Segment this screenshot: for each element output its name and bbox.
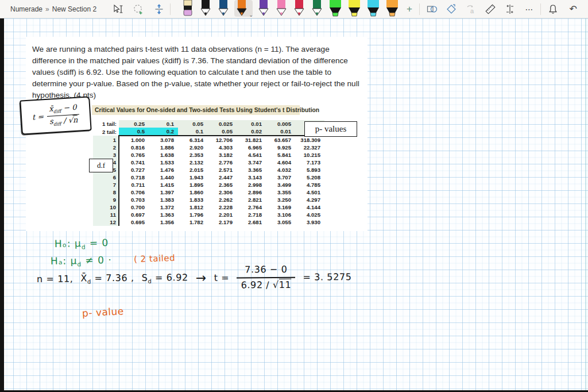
table-cell: 2.764 [237,203,266,211]
left-edge-bar [0,18,4,392]
table-cell: 5.893 [295,166,324,174]
table-cell: 1.796 [178,211,207,218]
table-cell: 2.365 [207,181,237,189]
table-cell: 4.032 [266,166,295,174]
table-row: 110.6971.3631.7962.2012.7183.1064.025 [93,211,324,218]
table-cell: 0.741 [119,159,149,166]
table-cell: 1.356 [149,218,178,226]
table-cell: 3.182 [207,151,237,159]
insert-space-icon[interactable] [153,2,165,16]
table-row: 60.7181.4401.9432.4473.1433.7075.208 [93,174,324,181]
formula-lhs: t = [32,112,44,121]
table-cell: 2.920 [178,144,207,151]
breadcrumb-section[interactable]: New Section 2 [52,5,96,13]
table-cell: 2.132 [178,159,207,166]
problem-statement: We are running a matched pairs t-test wi… [32,44,364,101]
table-cell: 1.372 [149,203,178,211]
table-cell: 2.353 [178,151,207,159]
select-tool-icon[interactable] [111,2,124,16]
highlighter-cyan[interactable] [366,0,381,17]
breadcrumb-app[interactable]: Numerade [10,5,42,13]
more-options-icon[interactable]: ⋯ [523,2,536,16]
table-cell: 4.604 [266,159,295,166]
table-cell: 0.697 [119,211,149,218]
pen-blue[interactable] [216,0,230,17]
t-formula-box: t = x̄diff − 0 sdiff / √n [20,96,91,134]
table-row: 100.7001.3721.8122.2282.7643.1694.144 [93,203,324,211]
table-row: 20.8161.8862.9204.3036.9659.92522.327 [93,144,324,151]
highlighter-orange[interactable] [385,0,400,17]
toolbar: Numerade » New Section 2 [0,0,588,18]
table-cell: 3.078 [149,136,178,144]
table-cell: 1.383 [149,196,178,203]
highlighted-cell: 0.2 [149,128,178,136]
table-cell: 4.785 [295,181,324,189]
table-cell: 2.571 [207,166,237,174]
df-cell: 9 [93,196,119,203]
table-cell: 1.812 [178,203,207,211]
table-cell: 7.173 [295,159,324,166]
table-cell: 318.309 [295,136,324,144]
pen-green[interactable] [310,0,324,17]
notifications-bell-icon[interactable] [547,2,559,16]
table-row: 11.0003.0786.31412.70631.82163.657318.30… [93,136,324,144]
pen-purple[interactable] [257,0,270,17]
table-cell: 2.015 [178,166,207,174]
table-cell: 0.25 [119,120,149,128]
table-cell: 5.208 [295,174,324,181]
table-cell: 2.228 [207,203,237,211]
lasso-select-icon[interactable] [132,2,145,16]
hw-xbar: X̄d = 7.36 , [80,272,134,285]
highlighter-green[interactable] [328,0,343,17]
table-cell: 0.05 [178,120,207,128]
row-label: 2 tail: [93,128,119,136]
p-values-label-box: p- values [304,121,357,137]
table-cell: 0.01 [266,128,295,136]
pen-orange-selected[interactable]: ⌄ [234,0,253,17]
table-cell: 2.201 [207,211,237,218]
table-cell: 0.727 [119,166,149,174]
breadcrumb[interactable]: Numerade » New Section 2 [10,5,96,13]
df-cell: 6 [93,174,119,181]
chevron-down-icon[interactable]: ⌄ [249,13,254,18]
table-cell: 0.695 [119,218,149,226]
pen-red[interactable] [292,0,306,17]
hw-fraction: 7.36 − 0 6.92 / √11 [237,264,296,291]
highlighter-yellow[interactable] [347,0,362,17]
table-cell: 1.833 [178,196,207,203]
table-cell: 0.005 [266,120,295,128]
table-cell: 1.363 [149,211,178,218]
table-row: 120.6951.3561.7822.1792.6813.0553.930 [93,218,324,226]
undo-icon[interactable]: ↶ [567,2,579,16]
df-cell: 1 [93,136,119,144]
df-cell: 7 [93,181,119,189]
table-row: 30.7651.6382.3533.1824.5415.84110.215 [93,151,324,159]
pen-pink[interactable] [274,0,288,17]
reorder-objects-icon[interactable] [445,2,458,16]
shapes-icon[interactable] [425,2,438,16]
df-cell: 11 [93,211,119,218]
table-cell: 5.841 [266,151,295,159]
eraser-tool[interactable] [181,0,195,17]
table-cell: 1.397 [149,189,178,196]
table-cell: 0.711 [119,181,149,189]
add-pen-button[interactable]: + [403,3,415,16]
table-cell: 0.025 [207,120,237,128]
table-cell: 2.179 [207,218,237,226]
table-cell: 2.306 [207,189,237,196]
hw-t-lhs: t = [214,272,230,283]
table-cell: 12.706 [207,136,237,144]
table-cell: 0.700 [119,203,149,211]
table-cell: 4.303 [207,144,237,151]
whiteboard-canvas[interactable]: We are running a matched pairs t-test wi… [0,18,588,392]
pen-black[interactable] [199,0,212,17]
table-cell: 2.896 [237,189,266,196]
handwriting-calculation-line: n = 11, X̄d = 7.36 , Sd = 6.92 → t = 7.3… [37,263,352,293]
table-cell: 3.707 [266,174,295,181]
ruler-icon[interactable] [484,2,497,16]
hw-sd: Sd = 6.92 [142,272,188,285]
format-spacing-icon[interactable] [504,2,516,16]
table-cell: 2.262 [207,196,237,203]
table-cell: 3.143 [237,174,266,181]
ink-to-text-icon: a [465,2,477,16]
